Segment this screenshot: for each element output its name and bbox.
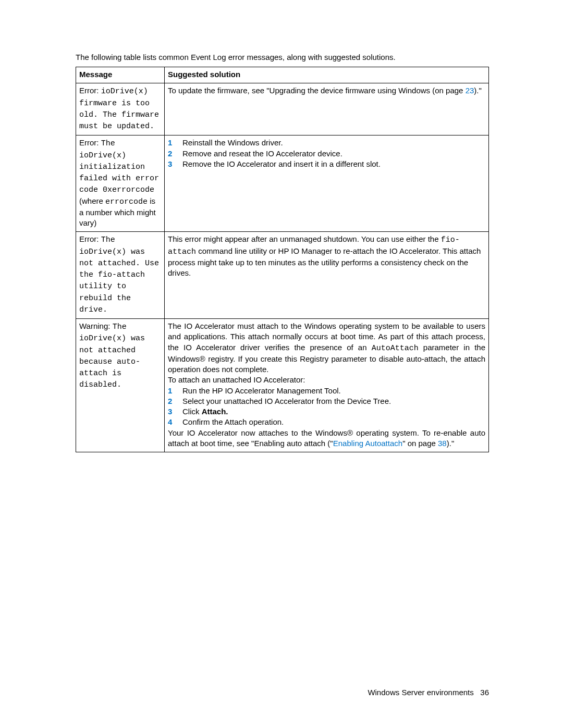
steps-list: Run the HP IO Accelerator Management Too… [168,386,485,428]
step-item: Select your unattached IO Accelerator fr… [168,396,485,406]
cross-ref-link[interactable]: Enabling Autoattach [333,439,402,448]
solution-paragraph: The IO Accelerator must attach to the Wi… [168,321,485,375]
page-content: The following table lists common Event L… [0,0,563,452]
message-cell: Error: The ioDrive(x) was not attached. … [76,232,165,319]
message-code: errorcode [105,198,148,206]
solution-cell: This error might appear after an unmanag… [165,232,489,319]
ui-label: Attach. [202,407,228,416]
error-table: Message Suggested solution Error: ioDriv… [76,67,489,452]
solution-cell: Reinstall the Windows driver. Remove and… [165,135,489,232]
step-item: Confirm the Attach operation. [168,417,485,427]
solution-paragraph: Your IO Accelerator now attaches to the … [168,428,485,449]
header-solution: Suggested solution [165,67,489,83]
solution-paragraph: To attach an unattached IO Accelerator: [168,375,485,385]
solution-text: This error might appear after an unmanag… [168,235,441,243]
steps-list: Reinstall the Windows driver. Remove and… [168,138,485,169]
solution-code: AutoAttach [372,344,419,353]
solution-cell: To update the firmware, see "Upgrading t… [165,83,489,135]
message-code: The ioDrive(x) initialization failed wit… [79,139,159,194]
message-cell: Error: ioDrive(x) firmware is too old. T… [76,83,165,135]
severity-label: Error: [79,235,101,243]
message-cell: Warning: The ioDrive(x) was not attached… [76,319,165,452]
severity-label: Error: [79,138,101,147]
message-code: The ioDrive(x) was not attached. Use the… [79,236,159,314]
message-text: (where [79,196,105,205]
step-item: Click Attach. [168,406,485,417]
footer-page-number: 36 [480,688,489,697]
page-link[interactable]: 38 [438,439,447,448]
table-row: Error: ioDrive(x) firmware is too old. T… [76,83,489,135]
solution-cell: The IO Accelerator must attach to the Wi… [165,319,489,452]
solution-text: command line utility or HP IO Manager to… [168,246,481,278]
solution-text: " on page [402,439,438,448]
step-item: Remove the IO Accelerator and insert it … [168,159,485,169]
table-row: Error: The ioDrive(x) initialization fai… [76,135,489,232]
message-code: The ioDrive(x) was not attached because … [79,323,145,389]
step-item: Run the HP IO Accelerator Management Too… [168,386,485,396]
severity-label: Error: [79,86,101,95]
step-item: Remove and reseat the IO Accelerator dev… [168,149,485,159]
table-header-row: Message Suggested solution [76,67,489,83]
intro-text: The following table lists common Event L… [76,53,489,61]
message-cell: Error: The ioDrive(x) initialization fai… [76,135,165,232]
footer-section: Windows Server environments [368,688,473,697]
solution-text: To update the firmware, see "Upgrading t… [168,86,466,95]
solution-text: )." [474,86,482,95]
header-message: Message [76,67,165,83]
table-row: Warning: The ioDrive(x) was not attached… [76,319,489,452]
page-footer: Windows Server environments 36 [368,688,489,697]
step-text: Click [182,407,202,416]
step-item: Reinstall the Windows driver. [168,138,485,148]
table-row: Error: The ioDrive(x) was not attached. … [76,232,489,319]
solution-text: )." [447,439,455,448]
severity-label: Warning: [79,322,113,330]
page-link[interactable]: 23 [466,86,474,95]
